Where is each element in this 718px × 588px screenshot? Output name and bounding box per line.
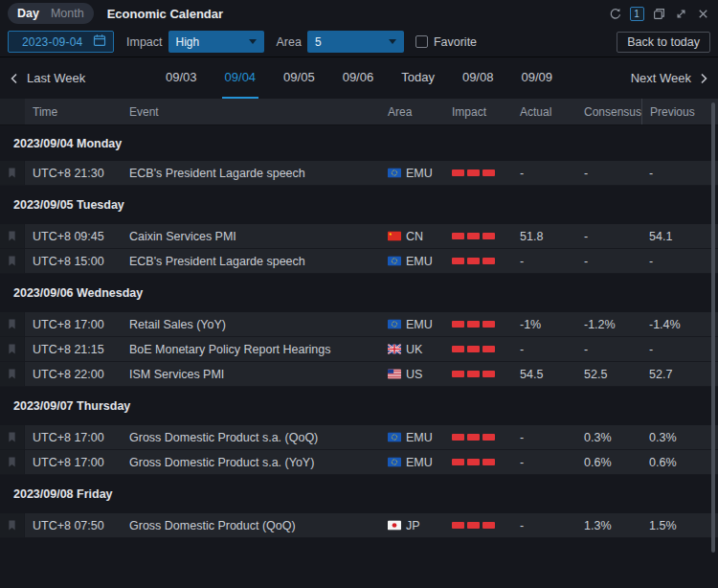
event-time: UTC+8 17:00 bbox=[25, 431, 122, 444]
uk-flag-icon bbox=[388, 344, 401, 354]
week-date-tab[interactable]: 09/04 bbox=[222, 57, 259, 99]
eu-flag-icon bbox=[388, 256, 401, 266]
bookmark-icon bbox=[6, 343, 18, 355]
event-row[interactable]: UTC+8 22:00 ISM Services PMI US 54.5 52.… bbox=[0, 362, 718, 387]
event-name: Caixin Services PMI bbox=[122, 230, 380, 243]
impact-bars bbox=[444, 459, 512, 465]
actual-value: - bbox=[512, 343, 576, 356]
area-label: CN bbox=[406, 230, 423, 243]
economic-calendar-panel: Day Month Economic Calendar 1 2023-09-04 bbox=[0, 0, 718, 588]
last-week-label: Last Week bbox=[27, 71, 85, 85]
vertical-scrollbar[interactable] bbox=[711, 102, 715, 553]
week-date-tab[interactable]: 09/03 bbox=[163, 57, 200, 99]
bookmark-icon bbox=[6, 230, 18, 242]
consensus-value: 0.3% bbox=[576, 431, 641, 444]
consensus-value: - bbox=[576, 343, 641, 356]
week-date-tab[interactable]: Today bbox=[398, 57, 438, 99]
close-icon[interactable] bbox=[695, 6, 710, 21]
bookmark-cell[interactable] bbox=[0, 224, 25, 248]
event-row[interactable]: UTC+8 17:00 Gross Domestic Product s.a. … bbox=[0, 450, 718, 475]
impact-bar bbox=[452, 321, 464, 328]
bookmark-cell[interactable] bbox=[0, 337, 25, 361]
impact-bar bbox=[452, 371, 464, 377]
bookmark-column-header bbox=[0, 99, 25, 124]
previous-value: 54.1 bbox=[641, 230, 718, 243]
date-group-header: 2023/09/04 Monday bbox=[0, 125, 718, 161]
toggle-month[interactable]: Month bbox=[51, 7, 84, 20]
event-time: UTC+8 22:00 bbox=[25, 368, 122, 381]
event-name: Gross Domestic Product s.a. (YoY) bbox=[122, 456, 380, 469]
impact-bar bbox=[452, 522, 464, 529]
bookmark-icon bbox=[6, 519, 18, 531]
group-date-label: 2023/09/07 Thursday bbox=[13, 399, 130, 413]
tab-count-badge[interactable]: 1 bbox=[629, 6, 644, 21]
refresh-icon[interactable] bbox=[607, 6, 622, 21]
week-navigation: Last Week 09/0309/0409/0509/06Today09/08… bbox=[0, 57, 718, 99]
event-time: UTC+8 07:50 bbox=[25, 519, 122, 532]
bookmark-cell[interactable] bbox=[0, 312, 25, 336]
favorite-filter[interactable]: Favorite bbox=[415, 35, 477, 49]
date-group-header: 2023/09/08 Friday bbox=[0, 475, 718, 513]
bookmark-cell[interactable] bbox=[0, 249, 25, 273]
impact-bars bbox=[444, 321, 512, 328]
week-date-tab[interactable]: 09/09 bbox=[518, 57, 555, 99]
event-row[interactable]: UTC+8 21:30 ECB's President Lagarde spee… bbox=[0, 161, 718, 186]
bookmark-icon bbox=[6, 368, 18, 380]
week-date-tab[interactable]: 09/05 bbox=[280, 57, 318, 99]
area-select[interactable]: 5 bbox=[307, 31, 404, 53]
bookmark-cell[interactable] bbox=[0, 362, 25, 386]
favorite-label: Favorite bbox=[434, 35, 477, 49]
next-week-label: Next Week bbox=[631, 71, 691, 85]
bookmark-cell[interactable] bbox=[0, 513, 25, 537]
bookmark-cell[interactable] bbox=[0, 161, 25, 185]
date-picker[interactable]: 2023-09-04 bbox=[8, 31, 114, 53]
area-cell: EMU bbox=[380, 255, 444, 268]
previous-value: 1.5% bbox=[641, 519, 718, 532]
impact-bar bbox=[482, 459, 495, 465]
actual-value: - bbox=[512, 255, 576, 268]
favorite-checkbox[interactable] bbox=[415, 35, 428, 48]
title-bar: Day Month Economic Calendar 1 bbox=[0, 0, 718, 27]
expand-icon[interactable] bbox=[673, 6, 688, 21]
event-row[interactable]: UTC+8 15:00 ECB's President Lagarde spee… bbox=[0, 249, 718, 274]
column-header-event: Event bbox=[122, 99, 380, 124]
area-cell: EMU bbox=[380, 456, 444, 469]
impact-bar bbox=[452, 434, 464, 441]
toggle-day[interactable]: Day bbox=[17, 7, 39, 20]
jp-flag-icon bbox=[388, 520, 401, 531]
last-week-button[interactable]: Last Week bbox=[10, 71, 85, 85]
event-row[interactable]: UTC+8 09:45 Caixin Services PMI CN 51.8 … bbox=[0, 224, 718, 249]
impact-bar bbox=[452, 233, 464, 239]
area-cell: EMU bbox=[380, 431, 444, 444]
date-group-header: 2023/09/05 Tuesday bbox=[0, 186, 718, 224]
area-label: EMU bbox=[406, 255, 433, 268]
bookmark-cell[interactable] bbox=[0, 425, 25, 449]
event-name: BoE Monetary Policy Report Hearings bbox=[122, 343, 380, 356]
area-cell: US bbox=[380, 368, 444, 381]
event-row[interactable]: UTC+8 21:15 BoE Monetary Policy Report H… bbox=[0, 337, 718, 362]
area-label: EMU bbox=[406, 318, 433, 331]
previous-value: - bbox=[641, 167, 718, 180]
consensus-value: -1.2% bbox=[576, 318, 641, 331]
bookmark-icon bbox=[6, 167, 18, 179]
previous-value: 0.3% bbox=[641, 431, 718, 444]
impact-bars bbox=[444, 371, 512, 377]
bookmark-cell[interactable] bbox=[0, 450, 25, 474]
table-body: 2023/09/04 Monday UTC+8 21:30 ECB's Pres… bbox=[0, 125, 718, 538]
week-date-tab[interactable]: 09/06 bbox=[340, 57, 377, 99]
consensus-value: - bbox=[576, 230, 641, 243]
impact-select[interactable]: High bbox=[168, 31, 264, 53]
back-to-today-button[interactable]: Back to today bbox=[617, 32, 710, 53]
view-mode-toggle[interactable]: Day Month bbox=[8, 3, 94, 24]
event-row[interactable]: UTC+8 17:00 Gross Domestic Product s.a. … bbox=[0, 425, 718, 450]
event-row[interactable]: UTC+8 17:00 Retail Sales (YoY) EMU -1% -… bbox=[0, 312, 718, 337]
column-header-actual: Actual bbox=[512, 99, 576, 124]
next-week-button[interactable]: Next Week bbox=[631, 71, 708, 85]
bookmark-icon bbox=[6, 456, 18, 468]
week-date-tab[interactable]: 09/08 bbox=[460, 57, 497, 99]
restore-window-icon[interactable] bbox=[651, 6, 666, 21]
event-row[interactable]: UTC+8 07:50 Gross Domestic Product (QoQ)… bbox=[0, 513, 718, 538]
area-cell: UK bbox=[380, 343, 444, 356]
eu-flag-icon bbox=[388, 319, 401, 329]
impact-select-value: High bbox=[176, 35, 200, 49]
